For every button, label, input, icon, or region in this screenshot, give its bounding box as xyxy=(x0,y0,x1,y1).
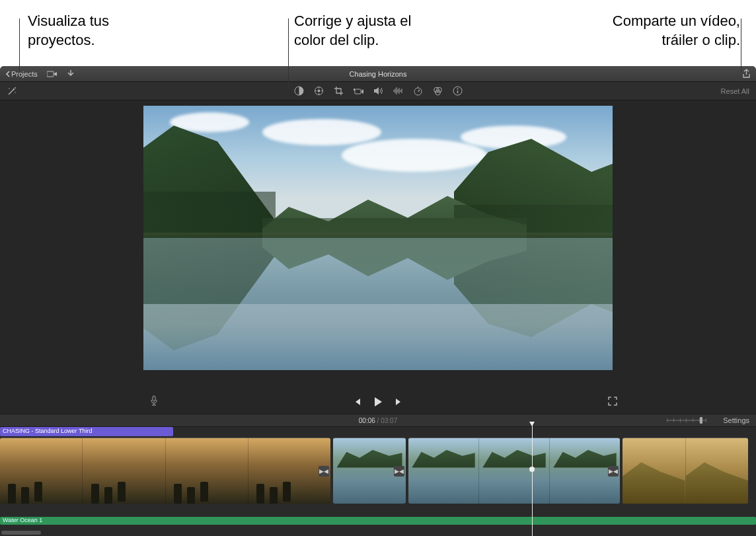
current-time: 00:06 xyxy=(359,417,375,424)
top-toolbar: Projects Chasing Horizons xyxy=(0,66,756,82)
media-library-button[interactable] xyxy=(47,70,57,78)
audio-clip-label: Water Ocean 1 xyxy=(3,517,42,523)
playhead[interactable] xyxy=(532,422,533,536)
video-clip[interactable] xyxy=(623,438,748,504)
reset-all-button[interactable]: Reset All xyxy=(721,87,749,95)
callout-text: proyectos. xyxy=(28,32,95,48)
noise-reduction-button[interactable] xyxy=(393,86,403,96)
share-button[interactable] xyxy=(742,69,751,79)
fullscreen-button[interactable] xyxy=(608,397,617,406)
viewer-area xyxy=(0,100,756,414)
clip-row: ▶◀ ▶◀ ▶◀ xyxy=(0,438,756,504)
svg-point-2 xyxy=(9,88,10,89)
transition-icon[interactable]: ▶◀ xyxy=(608,466,619,477)
play-button[interactable] xyxy=(373,397,383,407)
svg-rect-0 xyxy=(47,71,54,77)
volume-button[interactable] xyxy=(373,86,383,96)
callout-line xyxy=(288,19,289,89)
stabilization-button[interactable] xyxy=(353,86,363,96)
svg-rect-29 xyxy=(153,396,155,401)
speed-button[interactable] xyxy=(412,86,423,96)
share-icon xyxy=(742,69,751,79)
title-clip[interactable]: CHASING - Standard Lower Third xyxy=(0,427,173,436)
callout-text: Corrige y ajusta el xyxy=(294,13,411,29)
svg-point-1 xyxy=(15,87,16,89)
adjustment-icons xyxy=(293,86,463,96)
audio-clip[interactable] xyxy=(0,517,756,525)
total-time: 03:07 xyxy=(381,417,397,424)
adjustment-toolbar: Reset All xyxy=(0,82,756,100)
svg-point-3 xyxy=(15,92,16,93)
video-clip[interactable]: ▶◀ xyxy=(408,438,620,504)
chevron-left-icon xyxy=(5,71,10,77)
project-title: Chasing Horizons xyxy=(350,70,407,78)
horizontal-scrollbar[interactable] xyxy=(1,531,41,535)
imovie-window: Projects Chasing Horizons xyxy=(0,66,756,536)
svg-point-6 xyxy=(317,90,320,93)
svg-point-27 xyxy=(457,89,458,90)
settings-button[interactable]: Settings xyxy=(723,416,749,424)
zoom-slider[interactable] xyxy=(667,420,706,421)
voiceover-button[interactable] xyxy=(150,395,158,406)
callout-line xyxy=(19,19,20,73)
timeline[interactable]: CHASING - Standard Lower Third ▶◀ ▶◀ ▶◀ xyxy=(0,427,756,536)
callout-text: tráiler o clip. xyxy=(662,32,740,48)
callout-text: Visualiza tus xyxy=(28,13,109,29)
callout-line xyxy=(741,19,741,73)
filter-button[interactable] xyxy=(432,86,443,96)
time-display: 00:06 / 03:07 xyxy=(359,417,397,424)
callout-projects: Visualiza tus proyectos. xyxy=(28,12,109,50)
video-clip[interactable]: ▶◀ xyxy=(333,438,406,504)
color-balance-button[interactable] xyxy=(293,86,304,96)
svg-rect-12 xyxy=(354,89,355,91)
projects-back-button[interactable]: Projects xyxy=(5,70,38,78)
zoom-thumb[interactable] xyxy=(700,417,702,424)
transition-icon[interactable]: ▶◀ xyxy=(394,466,404,477)
callout-text: color del clip. xyxy=(294,32,379,48)
projects-label: Projects xyxy=(11,70,38,78)
svg-line-21 xyxy=(418,90,420,92)
video-clip[interactable]: ▶◀ xyxy=(0,438,330,504)
preview-video[interactable] xyxy=(143,106,613,370)
info-button[interactable] xyxy=(452,86,463,96)
callout-color: Corrige y ajusta el color del clip. xyxy=(294,12,411,50)
callout-share: Comparte un vídeo, tráiler o clip. xyxy=(613,12,740,50)
playback-controls xyxy=(352,397,404,407)
callout-text: Comparte un vídeo, xyxy=(613,13,740,29)
prev-frame-button[interactable] xyxy=(352,397,361,406)
color-correction-button[interactable] xyxy=(313,86,324,96)
transition-icon[interactable]: ▶◀ xyxy=(319,466,329,477)
import-button[interactable] xyxy=(67,69,75,79)
magic-wand-button[interactable] xyxy=(7,86,17,96)
time-bar: 00:06 / 03:07 Settings xyxy=(0,414,756,427)
annotation-callouts: Visualiza tus proyectos. Corrige y ajust… xyxy=(0,0,756,66)
next-frame-button[interactable] xyxy=(395,397,404,406)
crop-button[interactable] xyxy=(333,86,344,96)
svg-rect-11 xyxy=(355,89,361,94)
